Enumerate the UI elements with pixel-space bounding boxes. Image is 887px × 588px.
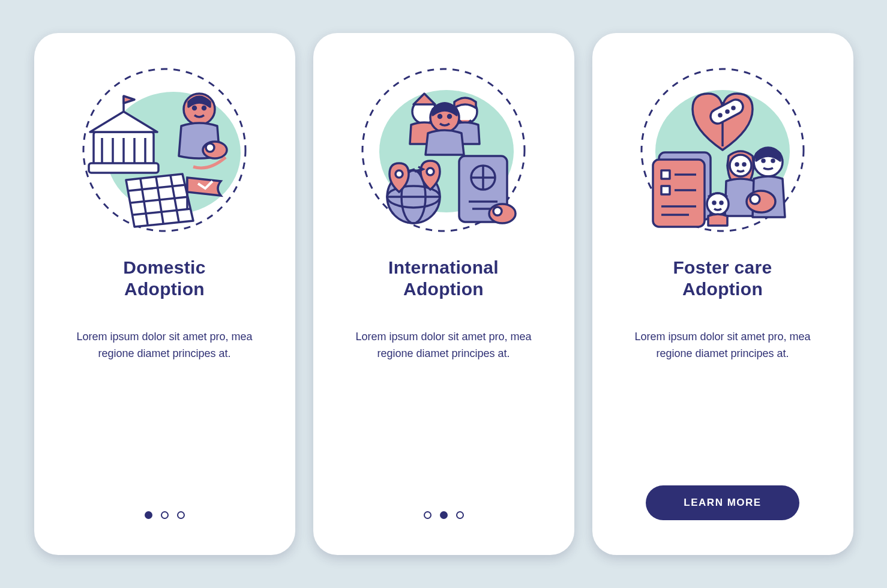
screen-body: Lorem ipsum dolor sit amet pro, mea regi… <box>328 329 559 362</box>
svg-rect-52 <box>661 170 670 179</box>
onboarding-screen-domestic: Domestic Adoption Lorem ipsum dolor sit … <box>34 33 295 555</box>
screen-title: Foster care Adoption <box>673 257 772 300</box>
learn-more-button[interactable]: LEARN MORE <box>646 485 799 520</box>
svg-point-68 <box>713 202 715 204</box>
svg-point-47 <box>719 114 721 116</box>
svg-point-64 <box>772 160 774 162</box>
international-adoption-icon <box>347 60 540 240</box>
svg-point-66 <box>750 194 760 204</box>
screen-title: International Adoption <box>388 257 499 300</box>
page-dot-2[interactable] <box>161 511 169 519</box>
screen-body: Lorem ipsum dolor sit amet pro, mea regi… <box>607 329 838 362</box>
domestic-adoption-icon <box>68 60 260 240</box>
svg-point-49 <box>732 107 735 109</box>
onboarding-screen-international: International Adoption Lorem ipsum dolor… <box>313 33 574 555</box>
svg-point-59 <box>730 155 751 176</box>
page-dot-2[interactable] <box>440 511 448 519</box>
svg-point-12 <box>203 107 206 110</box>
page-dot-1[interactable] <box>424 511 431 519</box>
svg-point-34 <box>427 168 434 175</box>
svg-point-63 <box>762 160 765 162</box>
svg-point-27 <box>439 115 442 118</box>
svg-point-60 <box>736 163 738 166</box>
svg-point-69 <box>720 202 723 204</box>
svg-rect-54 <box>661 186 670 194</box>
page-dot-3[interactable] <box>177 511 185 519</box>
svg-point-28 <box>448 115 451 118</box>
page-dot-3[interactable] <box>456 511 464 519</box>
svg-point-33 <box>395 170 403 178</box>
onboarding-screen-foster: Foster care Adoption Lorem ipsum dolor s… <box>592 33 853 555</box>
svg-point-61 <box>743 163 745 166</box>
svg-point-48 <box>726 110 729 113</box>
page-indicator <box>145 511 185 537</box>
svg-point-42 <box>493 207 502 215</box>
screen-body: Lorem ipsum dolor sit amet pro, mea regi… <box>49 329 280 362</box>
svg-point-11 <box>193 107 196 110</box>
svg-point-14 <box>206 143 214 152</box>
page-dot-1[interactable] <box>145 511 152 519</box>
page-indicator <box>424 511 464 537</box>
screen-title: Domestic Adoption <box>123 257 205 300</box>
svg-rect-8 <box>89 163 158 173</box>
foster-care-adoption-icon <box>627 60 819 240</box>
